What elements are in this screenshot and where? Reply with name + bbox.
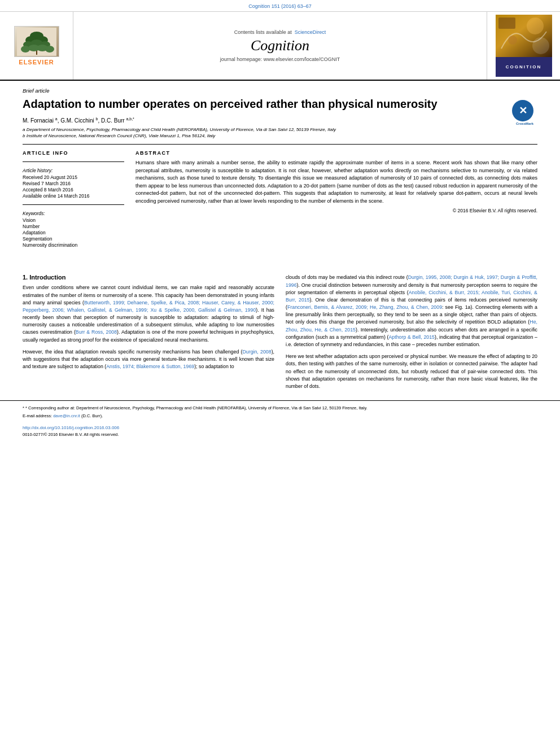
crossmark-circle: ✕ xyxy=(512,100,533,121)
ref-durgin2[interactable]: Durgin, 1995, 2008; Durgin & Huk, 1997; … xyxy=(286,274,537,287)
received-date: Received 20 August 2015 xyxy=(23,174,124,180)
ref-butterworth[interactable]: Butterworth, 1999; Dehaene, Spelke, & Pi… xyxy=(23,300,274,313)
info-separator xyxy=(23,161,124,162)
keyword-numerosity: Numerosity discrimination xyxy=(23,242,124,248)
bottom-links: http://dx.doi.org/10.1016/j.cognition.20… xyxy=(0,421,560,442)
page: Cognition 151 (2016) 63–67 xyxy=(0,0,560,747)
footnote-star: * * Corresponding author at: Department … xyxy=(23,405,537,412)
sciencedirect-prefix: Contents lists available at xyxy=(234,29,292,35)
author-burr: D.C. Burr xyxy=(101,117,125,124)
email-link[interactable]: dave@in.cnr.it xyxy=(53,413,80,418)
journal-cover-container: COGNITION xyxy=(487,12,560,80)
doi-text: Cognition 151 (2016) 63–67 xyxy=(248,3,312,9)
email-note: (D.C. Burr). xyxy=(81,413,103,418)
doi-link[interactable]: http://dx.doi.org/10.1016/j.cognition.20… xyxy=(23,425,537,430)
svg-rect-15 xyxy=(498,18,515,29)
info-abstract-columns: ARTICLE INFO Article history: Received 2… xyxy=(23,150,537,248)
revised-date: Revised 7 March 2016 xyxy=(23,181,124,186)
author-cicchini: G.M. Cicchini xyxy=(60,117,94,124)
sup-ab: a,b,* xyxy=(126,117,134,121)
elsevier-logo-container: ELSEVIER xyxy=(0,12,73,80)
email-label: E-mail address: xyxy=(23,413,52,418)
journal-header: ELSEVIER Contents lists available at Sci… xyxy=(0,12,560,81)
keywords-label: Keywords: xyxy=(23,211,124,216)
affiliation-b: b Institute of Neuroscience, National Re… xyxy=(23,133,537,138)
accepted-date: Accepted 8 March 2016 xyxy=(23,187,124,193)
footnote-star-text: * Corresponding author at: Department of… xyxy=(25,405,368,410)
doi-bar: Cognition 151 (2016) 63–67 xyxy=(0,0,560,12)
abstract-copyright: © 2016 Elsevier B.V. All rights reserved… xyxy=(135,208,537,213)
affiliation-a: a Department of Neuroscience, Psychology… xyxy=(23,127,537,132)
ref-durgin[interactable]: Durgin, 2008 xyxy=(242,349,271,355)
available-date: Available online 14 March 2016 xyxy=(23,193,124,199)
section1-paragraph1: Even under conditions where we cannot co… xyxy=(23,284,274,344)
ref-he[interactable]: He, Zhou, Zhou, He, & Chen, 2015 xyxy=(286,319,537,332)
crossmark-icon: ✕ xyxy=(519,104,527,117)
elsevier-logo: ELSEVIER xyxy=(14,26,59,65)
keyword-vision: Vision xyxy=(23,217,124,223)
section1-heading: 1. Introduction xyxy=(23,274,274,281)
main-col-right: clouds of dots may be mediated via this … xyxy=(286,274,537,395)
article-type-label: Brief article xyxy=(23,88,537,94)
abstract-column: ABSTRACT Humans share with many animals … xyxy=(135,150,537,248)
cover-art xyxy=(496,15,552,57)
sup-b: b xyxy=(96,117,98,121)
journal-homepage: journal homepage: www.elsevier.com/locat… xyxy=(220,56,340,62)
ref-apthorp[interactable]: Apthorp & Bell, 2015 xyxy=(388,334,434,340)
cognition-cover: COGNITION xyxy=(496,15,552,77)
article-title: Adaptation to number operates on perceiv… xyxy=(23,97,537,111)
separator xyxy=(23,144,537,145)
sup-a: a xyxy=(55,117,58,121)
article-info-heading: ARTICLE INFO xyxy=(23,150,124,156)
cover-cognition-text: COGNITION xyxy=(496,57,552,77)
section1-right-paragraph2: Here we test whether adaptation acts upo… xyxy=(286,353,537,390)
journal-title: Cognition xyxy=(251,37,309,54)
crossmark-badge[interactable]: ✕ CrossMark xyxy=(512,100,537,125)
authors-line: M. Fornaciai a, G.M. Cicchini b, D.C. Bu… xyxy=(23,117,537,124)
keyword-number: Number xyxy=(23,224,124,229)
section1-paragraph2: However, the idea that adaptation reveal… xyxy=(23,348,274,371)
star-symbol: * xyxy=(23,405,24,410)
section1-right-paragraph1: clouds of dots may be mediated via this … xyxy=(286,274,537,348)
keyword-segmentation: Segmentation xyxy=(23,236,124,242)
copyright-bottom: 0010-0277/© 2016 Elsevier B.V. All right… xyxy=(23,432,119,437)
ref-franconeri[interactable]: Franconeri, Bemis, & Alvarez, 2009; He, … xyxy=(287,304,442,310)
ref-anobile[interactable]: Anobile, Cicchini, & Burr, 2015; Anobile… xyxy=(286,290,537,303)
ref-burr-ross[interactable]: Burr & Ross, 2008 xyxy=(76,329,117,335)
ref-anstis[interactable]: Anstis, 1974; Blakemore & Sutton, 1969 xyxy=(106,364,194,369)
footnote-email: E-mail address: dave@in.cnr.it (D.C. Bur… xyxy=(23,413,537,420)
article-info-column: ARTICLE INFO Article history: Received 2… xyxy=(23,150,124,248)
history-block: Article history: Received 20 August 2015… xyxy=(23,168,124,199)
main-content: 1. Introduction Even under conditions wh… xyxy=(0,274,560,395)
keywords-block: Keywords: Vision Number Adaptation Segme… xyxy=(23,211,124,248)
article-body: Brief article Adaptation to number opera… xyxy=(0,81,560,260)
history-label: Article history: xyxy=(23,168,124,173)
svg-point-14 xyxy=(508,36,517,45)
main-col-left: 1. Introduction Even under conditions wh… xyxy=(23,274,274,395)
abstract-heading: ABSTRACT xyxy=(135,150,537,156)
journal-center: Contents lists available at ScienceDirec… xyxy=(73,12,487,80)
keywords-separator xyxy=(23,204,124,205)
crossmark-label: CrossMark xyxy=(512,122,537,126)
keyword-adaptation: Adaptation xyxy=(23,230,124,235)
svg-point-13 xyxy=(527,18,544,34)
abstract-text: Humans share with many animals a number … xyxy=(135,159,537,205)
sciencedirect-line: Contents lists available at ScienceDirec… xyxy=(234,29,326,35)
footnote-area: * * Corresponding author at: Department … xyxy=(0,400,560,419)
author-fornaciai: M. Fornaciai xyxy=(23,117,54,124)
sciencedirect-link[interactable]: ScienceDirect xyxy=(295,29,326,35)
svg-point-11 xyxy=(45,46,54,53)
elsevier-tree-image xyxy=(14,26,59,57)
elsevier-brand-text: ELSEVIER xyxy=(19,59,54,65)
